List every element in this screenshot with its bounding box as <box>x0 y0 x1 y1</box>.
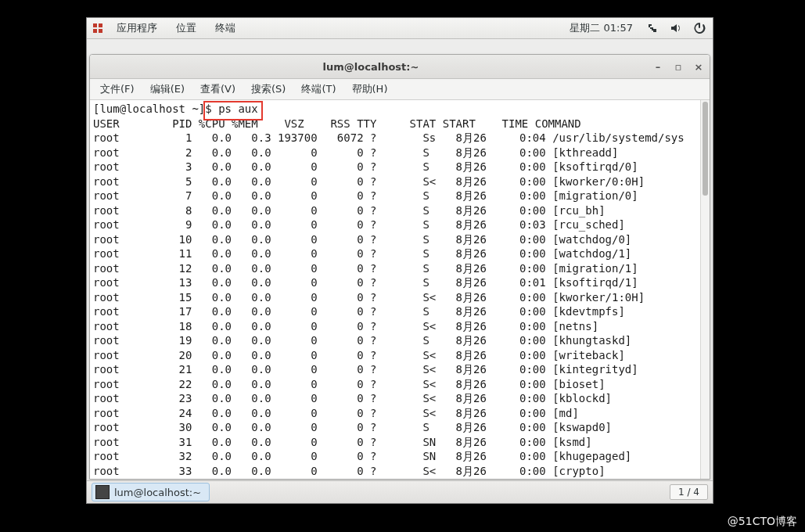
menu-file[interactable]: 文件(F) <box>93 80 142 99</box>
clock-label[interactable]: 星期二 01:57 <box>565 21 638 35</box>
applications-menu[interactable]: 应用程序 <box>110 20 164 37</box>
activities-icon[interactable] <box>92 22 104 34</box>
terminal-window: lum@localhost:~ – ▫ × 文件(F) 编辑(E) 查看(V) … <box>89 54 710 480</box>
minimize-button[interactable]: – <box>652 60 664 73</box>
terminal-menu[interactable]: 终端 <box>209 20 242 37</box>
terminal-scrollbar[interactable] <box>700 100 710 479</box>
terminal-app-icon <box>95 485 110 499</box>
gnome-top-bar: 应用程序 位置 终端 星期二 01:57 <box>87 18 713 39</box>
desktop-screen: 应用程序 位置 终端 星期二 01:57 lum@localhost:~ – ▫… <box>86 17 713 504</box>
window-titlebar[interactable]: lum@localhost:~ – ▫ × <box>90 55 710 79</box>
volume-icon[interactable] <box>670 22 682 34</box>
watermark-text: @51CTO博客 <box>728 515 797 529</box>
terminal-menubar: 文件(F) 编辑(E) 查看(V) 搜索(S) 终端(T) 帮助(H) <box>90 79 710 100</box>
bottom-taskbar: lum@localhost:~ 1 / 4 <box>87 480 713 503</box>
window-title: lum@localhost:~ <box>90 61 652 73</box>
task-button-terminal[interactable]: lum@localhost:~ <box>92 483 210 501</box>
menu-view[interactable]: 查看(V) <box>193 80 243 99</box>
menu-terminal[interactable]: 终端(T) <box>294 80 343 99</box>
menu-edit[interactable]: 编辑(E) <box>143 80 192 99</box>
menu-search[interactable]: 搜索(S) <box>244 80 293 99</box>
places-menu[interactable]: 位置 <box>170 20 203 37</box>
workspace-indicator[interactable]: 1 / 4 <box>670 484 708 500</box>
maximize-button[interactable]: ▫ <box>672 60 685 73</box>
close-button[interactable]: × <box>692 60 705 73</box>
menu-help[interactable]: 帮助(H) <box>345 80 395 99</box>
terminal-body[interactable]: [lum@localhost ~]$ ps aux USER PID %CPU … <box>90 100 710 479</box>
power-icon[interactable] <box>693 22 706 34</box>
task-label: lum@localhost:~ <box>114 487 201 498</box>
terminal-output[interactable]: [lum@localhost ~]$ ps aux USER PID %CPU … <box>90 100 710 479</box>
network-icon[interactable] <box>646 22 659 34</box>
scrollbar-thumb[interactable] <box>703 102 708 196</box>
